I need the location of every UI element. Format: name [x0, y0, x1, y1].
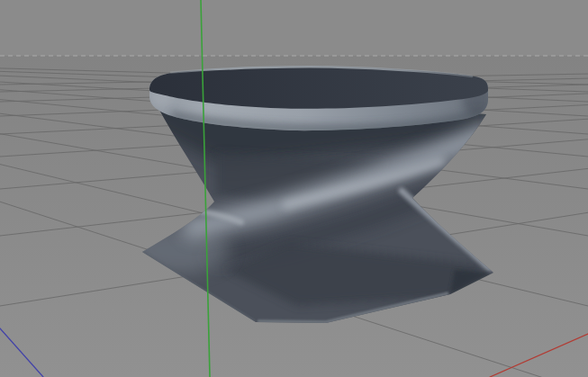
- viewport-canvas[interactable]: [0, 0, 588, 377]
- scene-svg: [0, 0, 588, 377]
- sky-background: [0, 0, 588, 56]
